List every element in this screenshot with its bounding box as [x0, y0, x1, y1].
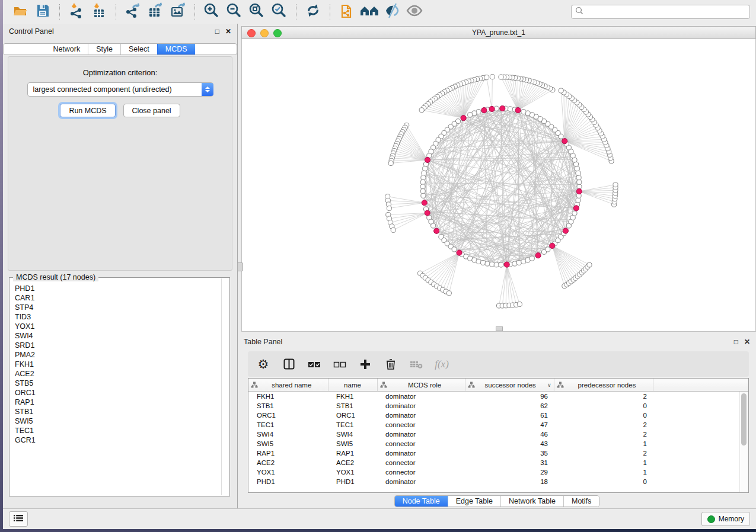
- tab-network[interactable]: Network: [45, 44, 88, 55]
- search-input[interactable]: [586, 7, 746, 17]
- dominator-node[interactable]: [489, 106, 495, 111]
- network-node[interactable]: [446, 291, 451, 296]
- table-row[interactable]: SWI5SWI5connector431: [248, 439, 748, 448]
- tab-motifs[interactable]: Motifs: [563, 496, 599, 507]
- refresh-layout-button[interactable]: [304, 3, 323, 21]
- export-table-button[interactable]: [146, 3, 165, 21]
- close-panel-button[interactable]: ✕: [225, 28, 231, 35]
- column-header-mcds-role[interactable]: MCDS role: [377, 379, 465, 392]
- result-list-item[interactable]: PHD1: [15, 284, 229, 293]
- table-scrollbar-thumb[interactable]: [741, 393, 747, 446]
- network-node[interactable]: [576, 171, 580, 175]
- network-node[interactable]: [420, 184, 425, 189]
- dominator-node[interactable]: [573, 206, 579, 211]
- network-node[interactable]: [512, 261, 517, 266]
- zoom-in-button[interactable]: [202, 3, 221, 21]
- network-node[interactable]: [490, 262, 495, 267]
- dominator-node[interactable]: [481, 108, 487, 113]
- network-node[interactable]: [516, 260, 521, 265]
- save-session-button[interactable]: [33, 3, 52, 21]
- network-node[interactable]: [517, 302, 522, 306]
- table-row[interactable]: FKH1FKH1dominator962: [248, 392, 748, 402]
- network-node[interactable]: [576, 175, 581, 180]
- dominator-node[interactable]: [422, 200, 427, 206]
- deselect-all-icon[interactable]: [333, 358, 346, 371]
- result-list-item[interactable]: SWI4: [15, 331, 229, 341]
- tab-network-table[interactable]: Network Table: [500, 496, 563, 507]
- table-row[interactable]: YOX1YOX1connector291: [248, 467, 748, 477]
- network-canvas[interactable]: [241, 39, 756, 332]
- criterion-dropdown[interactable]: largest connected component (undirected): [27, 82, 213, 97]
- network-node[interactable]: [575, 166, 579, 171]
- network-node[interactable]: [481, 260, 486, 265]
- result-list-item[interactable]: SWI5: [15, 416, 229, 426]
- result-list-item[interactable]: RAP1: [15, 398, 229, 407]
- result-list-item[interactable]: ORC1: [15, 388, 229, 398]
- network-node[interactable]: [422, 171, 426, 175]
- network-node[interactable]: [387, 206, 391, 211]
- network-graph[interactable]: [242, 39, 756, 331]
- result-list-item[interactable]: YOX1: [15, 322, 229, 331]
- dominator-node[interactable]: [563, 228, 568, 233]
- zoom-selected-button[interactable]: [270, 3, 289, 21]
- memory-button[interactable]: Memory: [701, 512, 750, 526]
- window-zoom-icon[interactable]: [273, 29, 282, 37]
- network-node[interactable]: [577, 180, 582, 184]
- network-node[interactable]: [421, 193, 426, 198]
- dominator-node[interactable]: [562, 139, 567, 144]
- open-file-button[interactable]: [11, 3, 30, 21]
- new-network-from-selection-button[interactable]: [337, 3, 356, 21]
- table-row[interactable]: ORC1ORC1dominator610: [248, 411, 748, 420]
- window-minimize-icon[interactable]: [260, 29, 269, 37]
- network-node[interactable]: [420, 180, 425, 184]
- network-titlebar[interactable]: YPA_prune.txt_1: [241, 26, 756, 39]
- column-header-name[interactable]: name: [328, 379, 377, 392]
- network-node[interactable]: [419, 108, 424, 113]
- network-node[interactable]: [423, 166, 428, 171]
- add-column-icon[interactable]: [359, 358, 372, 371]
- dominator-node[interactable]: [461, 116, 466, 121]
- run-mcds-button[interactable]: Run MCDS: [60, 104, 115, 117]
- column-header-successor-nodes[interactable]: successor nodes∨: [465, 379, 554, 392]
- result-list-item[interactable]: ACE2: [15, 369, 229, 379]
- close-panel-button-mcds[interactable]: Close panel: [123, 104, 180, 117]
- network-node[interactable]: [421, 175, 426, 180]
- network-node[interactable]: [572, 211, 577, 216]
- network-node[interactable]: [499, 262, 503, 267]
- float-table-panel-button[interactable]: □: [734, 338, 738, 345]
- network-node[interactable]: [420, 189, 425, 194]
- network-node[interactable]: [485, 261, 490, 266]
- network-node[interactable]: [468, 113, 473, 117]
- window-close-icon[interactable]: [247, 29, 256, 37]
- dominator-node[interactable]: [434, 228, 439, 233]
- result-scrollbar[interactable]: [221, 278, 222, 495]
- sort-chevron-icon[interactable]: ∨: [547, 382, 551, 388]
- network-node[interactable]: [559, 88, 563, 93]
- hide-selected-button[interactable]: [382, 3, 401, 21]
- dominator-node[interactable]: [504, 262, 509, 267]
- close-table-panel-button[interactable]: ✕: [744, 338, 750, 345]
- dominator-node[interactable]: [515, 108, 521, 113]
- export-image-button[interactable]: [168, 3, 187, 21]
- network-node[interactable]: [452, 247, 457, 252]
- result-list-item[interactable]: GCR1: [15, 435, 229, 445]
- table-row[interactable]: TEC1TEC1connector472: [248, 420, 748, 430]
- result-list-item[interactable]: CAR1: [15, 293, 229, 303]
- dominator-node[interactable]: [425, 157, 430, 162]
- network-node[interactable]: [587, 262, 592, 267]
- result-list-item[interactable]: STP4: [15, 303, 229, 312]
- table-row[interactable]: STB1STB1dominator620: [248, 401, 748, 411]
- float-panel-button[interactable]: □: [215, 28, 219, 35]
- network-node[interactable]: [577, 184, 582, 189]
- result-list-item[interactable]: TEC1: [15, 426, 229, 435]
- column-header-predecessor-nodes[interactable]: predecessor nodes: [554, 379, 653, 392]
- task-history-button[interactable]: [9, 511, 28, 527]
- tab-node-table[interactable]: Node Table: [395, 496, 448, 507]
- network-node[interactable]: [546, 247, 550, 252]
- horizontal-splitter-handle[interactable]: [496, 326, 503, 331]
- settings-gear-icon[interactable]: ⚙: [257, 358, 270, 371]
- table-row[interactable]: ACE2ACE2connector311: [248, 458, 748, 467]
- dominator-node[interactable]: [425, 210, 430, 216]
- dominator-node[interactable]: [500, 105, 505, 111]
- column-visibility-icon[interactable]: [282, 358, 295, 371]
